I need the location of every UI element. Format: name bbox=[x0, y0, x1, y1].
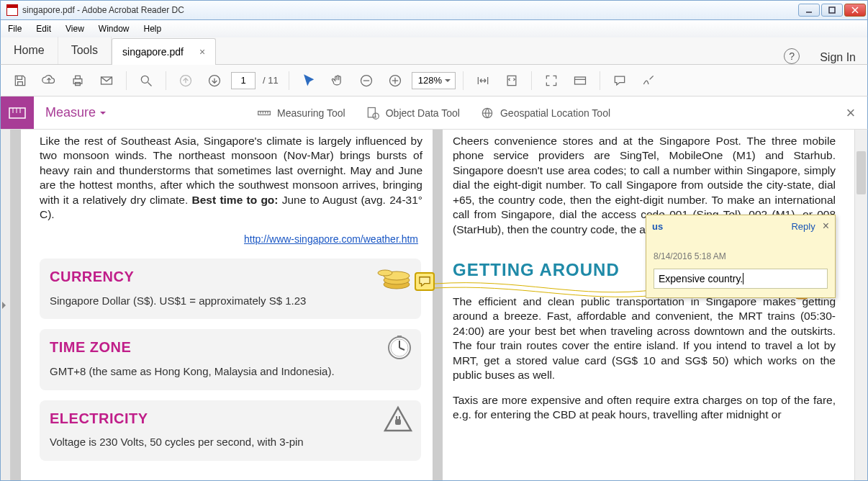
titlebar: singapore.pdf - Adobe Acrobat Reader DC bbox=[0, 0, 868, 20]
geospatial-icon bbox=[480, 106, 494, 120]
sign-in-link[interactable]: Sign In bbox=[808, 51, 867, 64]
comment-text: Expensive country. bbox=[659, 273, 743, 284]
tab-tools[interactable]: Tools bbox=[58, 37, 112, 64]
sign-icon[interactable] bbox=[636, 68, 661, 93]
menu-window[interactable]: Window bbox=[91, 20, 137, 37]
comment-popup[interactable]: us Reply × 8/14/2016 5:18 AM Expensive c… bbox=[646, 215, 836, 298]
svg-rect-5 bbox=[76, 76, 81, 78]
comment-close-icon[interactable]: × bbox=[823, 220, 829, 233]
menu-view[interactable]: View bbox=[58, 20, 91, 37]
menu-file[interactable]: File bbox=[1, 20, 29, 37]
email-icon[interactable] bbox=[94, 68, 119, 93]
page-number-input[interactable] bbox=[231, 72, 256, 89]
getting-around-p1: The efficient and clean public transport… bbox=[453, 295, 836, 383]
help-icon[interactable]: ? bbox=[784, 48, 800, 64]
save-icon[interactable] bbox=[8, 68, 32, 93]
window-title: singapore.pdf - Adobe Acrobat Reader DC bbox=[22, 5, 797, 15]
svg-point-8 bbox=[141, 76, 148, 83]
object-data-tool-button[interactable]: i Object Data Tool bbox=[356, 96, 470, 129]
svg-rect-18 bbox=[574, 77, 585, 84]
timezone-title: TIME ZONE bbox=[50, 338, 408, 356]
document-tab-label: singapore.pdf bbox=[122, 46, 184, 58]
ruler-icon bbox=[257, 106, 271, 120]
svg-line-9 bbox=[148, 82, 152, 86]
svg-rect-24 bbox=[258, 111, 271, 114]
timezone-text: GMT+8 (the same as Hong Kong, Malaysia a… bbox=[50, 364, 408, 379]
object-data-icon: i bbox=[366, 106, 380, 120]
electricity-card: ELECTRICITY Voltage is 230 Volts, 50 cyc… bbox=[40, 400, 421, 461]
electricity-title: ELECTRICITY bbox=[50, 409, 408, 428]
document-tab[interactable]: singapore.pdf × bbox=[112, 38, 216, 65]
svg-rect-1 bbox=[829, 7, 835, 13]
svg-rect-41 bbox=[397, 336, 402, 338]
page-content[interactable]: Like the rest of Southeast Asia, Singapo… bbox=[11, 130, 854, 480]
nav-pane-toggle[interactable] bbox=[1, 130, 11, 480]
zoom-level-select[interactable]: 128% bbox=[412, 72, 456, 89]
measure-panel-icon[interactable] bbox=[1, 96, 34, 129]
app-tabs: Home Tools singapore.pdf × ? Sign In bbox=[0, 37, 868, 65]
document-tab-close-icon[interactable]: × bbox=[199, 46, 205, 58]
vertical-scrollbar[interactable] bbox=[854, 130, 867, 480]
toolbar: / 11 128% bbox=[0, 65, 868, 96]
climate-paragraph: Like the rest of Southeast Asia, Singapo… bbox=[40, 134, 422, 222]
getting-around-p2: Taxis are more expensive and often requi… bbox=[453, 393, 836, 423]
currency-title: CURRENCY bbox=[50, 267, 408, 286]
close-button[interactable] bbox=[844, 4, 866, 17]
fit-page-icon[interactable] bbox=[499, 68, 524, 93]
fullscreen-icon[interactable] bbox=[539, 68, 564, 93]
object-data-tool-label: Object Data Tool bbox=[386, 107, 460, 119]
zoom-out-icon[interactable] bbox=[354, 68, 379, 93]
measure-title-label: Measure bbox=[45, 105, 96, 120]
comment-author: us bbox=[652, 221, 663, 232]
svg-rect-29 bbox=[368, 107, 375, 117]
maximize-button[interactable] bbox=[821, 4, 843, 17]
document-area: Like the rest of Southeast Asia, Singapo… bbox=[0, 130, 868, 481]
electricity-text: Voltage is 230 Volts, 50 cycles per seco… bbox=[50, 435, 408, 449]
measuring-tool-label: Measuring Tool bbox=[277, 107, 345, 119]
svg-rect-20 bbox=[9, 108, 25, 118]
svg-text:i: i bbox=[375, 114, 376, 118]
select-tool-icon[interactable] bbox=[297, 68, 321, 93]
clock-icon bbox=[385, 333, 414, 362]
svg-rect-17 bbox=[507, 76, 516, 85]
menu-edit[interactable]: Edit bbox=[29, 20, 58, 37]
currency-text: Singapore Dollar (S$). US$1 = approximat… bbox=[50, 294, 408, 308]
app-icon bbox=[6, 4, 18, 16]
sticky-note-marker[interactable] bbox=[415, 272, 435, 291]
menu-help[interactable]: Help bbox=[137, 20, 169, 37]
minimize-button[interactable] bbox=[798, 4, 820, 17]
comment-icon[interactable] bbox=[607, 68, 632, 93]
measure-dropdown[interactable]: Measure bbox=[34, 96, 117, 129]
weather-link[interactable]: http://www-singapore.com/weather.htm bbox=[40, 233, 418, 246]
measure-close-icon[interactable]: × bbox=[834, 96, 867, 129]
read-mode-icon[interactable] bbox=[568, 68, 592, 93]
next-page-icon[interactable] bbox=[202, 68, 227, 93]
measuring-tool-button[interactable]: Measuring Tool bbox=[247, 96, 356, 129]
prev-page-icon[interactable] bbox=[173, 68, 198, 93]
svg-rect-4 bbox=[73, 78, 82, 84]
geospatial-tool-button[interactable]: Geospatial Location Tool bbox=[470, 96, 620, 129]
best-time-label: Best time to go: bbox=[192, 194, 279, 206]
comment-reply-link[interactable]: Reply bbox=[791, 221, 815, 232]
currency-card: CURRENCY Singapore Dollar (S$). US$1 = a… bbox=[40, 259, 421, 319]
cloud-upload-icon[interactable] bbox=[37, 68, 61, 93]
comment-date: 8/14/2016 5:18 AM bbox=[646, 237, 835, 269]
zoom-in-icon[interactable] bbox=[383, 68, 407, 93]
svg-point-36 bbox=[378, 270, 392, 276]
print-icon[interactable] bbox=[65, 68, 90, 93]
measure-toolbar: Measure Measuring Tool i Object Data Too… bbox=[0, 96, 868, 130]
page-total-label: / 11 bbox=[263, 75, 279, 86]
scrollbar-thumb[interactable] bbox=[856, 151, 866, 194]
menubar: File Edit View Window Help bbox=[0, 20, 868, 37]
coins-icon bbox=[375, 263, 414, 292]
geospatial-tool-label: Geospatial Location Tool bbox=[500, 107, 610, 119]
search-icon[interactable] bbox=[134, 68, 158, 93]
comment-text-input[interactable]: Expensive country. bbox=[654, 269, 828, 289]
zoom-level-label: 128% bbox=[418, 75, 442, 86]
electricity-icon bbox=[382, 405, 414, 433]
svg-rect-42 bbox=[395, 419, 401, 425]
tab-home[interactable]: Home bbox=[1, 37, 58, 64]
fit-width-icon[interactable] bbox=[471, 68, 495, 93]
hand-tool-icon[interactable] bbox=[325, 68, 350, 93]
timezone-card: TIME ZONE GMT+8 (the same as Hong Kong, … bbox=[40, 329, 421, 390]
